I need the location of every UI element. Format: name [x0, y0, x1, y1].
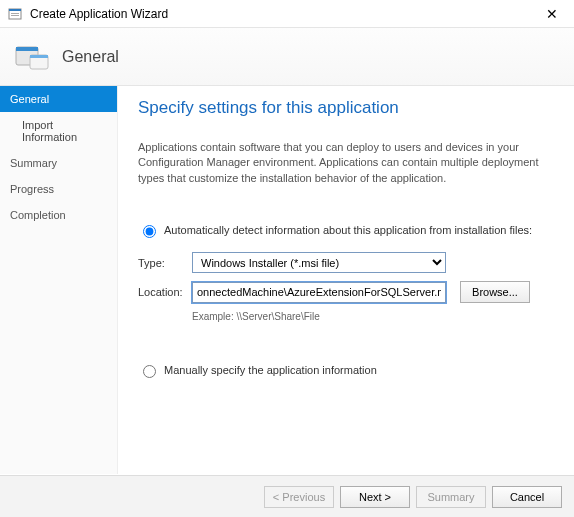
svg-rect-2: [11, 13, 19, 14]
step-general[interactable]: General: [0, 86, 117, 112]
wizard-icon: [14, 41, 50, 73]
option-manual[interactable]: Manually specify the application informa…: [138, 362, 554, 378]
svg-rect-5: [16, 47, 38, 51]
summary-button: Summary: [416, 486, 486, 508]
location-input[interactable]: [192, 282, 446, 303]
next-button[interactable]: Next >: [340, 486, 410, 508]
banner-title: General: [62, 48, 119, 66]
step-summary[interactable]: Summary: [0, 150, 117, 176]
page-description: Applications contain software that you c…: [138, 140, 554, 186]
titlebar: Create Application Wizard ✕: [0, 0, 574, 28]
option-auto-detect[interactable]: Automatically detect information about t…: [138, 222, 554, 238]
browse-button[interactable]: Browse...: [460, 281, 530, 303]
close-icon[interactable]: ✕: [538, 4, 566, 24]
wizard-steps: General Import Information Summary Progr…: [0, 86, 118, 474]
option-manual-label: Manually specify the application informa…: [164, 364, 377, 376]
footer: < Previous Next > Summary Cancel: [0, 475, 574, 517]
previous-button: < Previous: [264, 486, 334, 508]
step-import-information[interactable]: Import Information: [0, 112, 117, 150]
svg-rect-7: [30, 55, 48, 58]
step-progress[interactable]: Progress: [0, 176, 117, 202]
step-completion[interactable]: Completion: [0, 202, 117, 228]
location-example: Example: \\Server\Share\File: [192, 311, 554, 322]
location-label: Location:: [138, 286, 192, 298]
type-label: Type:: [138, 257, 192, 269]
window-title: Create Application Wizard: [30, 7, 538, 21]
type-select[interactable]: Windows Installer (*.msi file): [192, 252, 446, 273]
radio-manual[interactable]: [143, 365, 156, 378]
type-row: Type: Windows Installer (*.msi file): [138, 252, 554, 273]
option-auto-label: Automatically detect information about t…: [164, 224, 532, 236]
app-icon: [8, 6, 24, 22]
banner: General: [0, 28, 574, 86]
main-panel: Specify settings for this application Ap…: [118, 86, 574, 474]
page-heading: Specify settings for this application: [138, 98, 554, 118]
location-row: Location: Browse...: [138, 281, 554, 303]
radio-auto-detect[interactable]: [143, 225, 156, 238]
svg-rect-3: [11, 15, 19, 16]
cancel-button[interactable]: Cancel: [492, 486, 562, 508]
svg-rect-1: [9, 9, 21, 11]
